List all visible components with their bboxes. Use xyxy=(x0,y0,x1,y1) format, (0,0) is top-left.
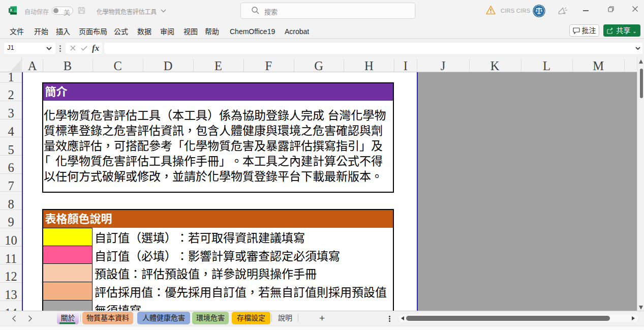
svg-text:X: X xyxy=(10,8,13,13)
